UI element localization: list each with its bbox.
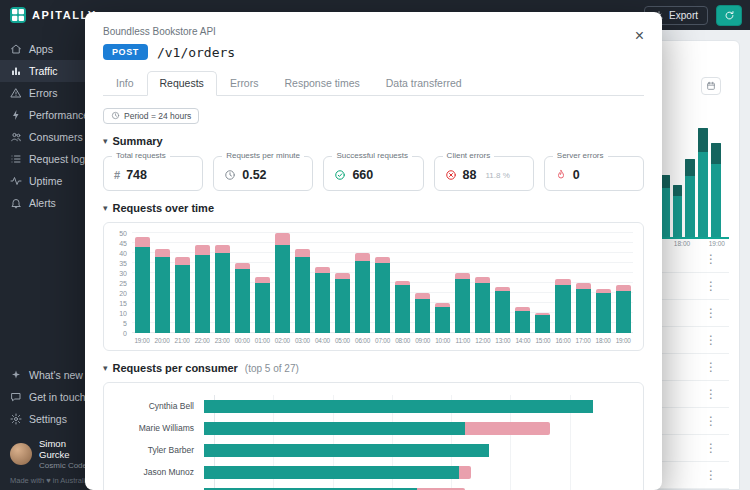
bar-segment-success (355, 261, 370, 333)
over-time-plot (132, 233, 633, 333)
bar-segment-success (515, 311, 530, 333)
stacked-bar (255, 277, 270, 333)
requests-over-time-toggle[interactable]: ▾ Requests over time (103, 202, 644, 214)
consumer-bar (204, 422, 629, 435)
per-consumer-section-title: Requests per consumer (113, 362, 238, 374)
calendar-icon (706, 81, 716, 91)
clock-icon (224, 169, 236, 181)
clock-icon (111, 111, 120, 120)
bar-segment-success (175, 265, 190, 333)
consumer-bar (204, 466, 629, 479)
summary-card-value-row: 0 (555, 168, 633, 182)
consumer-row: Jason Munoz (118, 461, 629, 483)
sidebar-item-label: Errors (29, 87, 58, 99)
bar-segment-success (576, 289, 591, 333)
bar-segment-success (255, 283, 270, 333)
close-button[interactable]: × (631, 24, 648, 48)
api-name: Boundless Bookstore API (103, 26, 644, 37)
chart-bars-icon (10, 65, 22, 77)
over-time-section-title: Requests over time (113, 202, 214, 214)
dots-vertical-icon[interactable]: ⋮ (701, 441, 721, 455)
x-tick-label: 15:00 (533, 337, 553, 344)
dots-vertical-icon[interactable]: ⋮ (701, 279, 721, 293)
dots-vertical-icon[interactable]: ⋮ (701, 360, 721, 374)
bar-segment-error (275, 233, 290, 245)
x-tick-label: 21:00 (172, 337, 192, 344)
x-circle-icon (445, 169, 457, 181)
stacked-bar (295, 249, 310, 333)
x-tick-label: 16:00 (553, 337, 573, 344)
stacked-bar (155, 249, 170, 333)
summary-card-successful-requests: Successful requests660 (323, 156, 423, 191)
summary-card-value-row: 660 (334, 168, 412, 182)
x-tick-label: 20:00 (152, 337, 172, 344)
summary-card-label: Requests per minute (222, 151, 304, 160)
bar-segment-error (135, 237, 150, 247)
bar-segment-success (535, 315, 550, 333)
sidebar-item-label: Traffic (29, 65, 58, 77)
requests-over-time-chart: 05101520253035404550 19:0020:0021:0022:0… (103, 222, 644, 351)
summary-card-label: Server errors (553, 151, 608, 160)
y-tick-label: 15 (119, 300, 127, 307)
summary-card-label: Total requests (112, 151, 170, 160)
consumer-label: Tyler Barber (118, 445, 204, 455)
dots-vertical-icon[interactable]: ⋮ (701, 306, 721, 320)
dots-vertical-icon[interactable]: ⋮ (701, 468, 721, 482)
bar-segment-error (175, 257, 190, 265)
stacked-bar (535, 313, 550, 333)
alert-triangle-icon (10, 87, 22, 99)
modal-tabs: InfoRequestsErrorsResponse timesData tra… (103, 71, 644, 96)
y-tick-label: 30 (119, 270, 127, 277)
summary-section-toggle[interactable]: ▾ Summary (103, 135, 644, 147)
stacked-bar (135, 237, 150, 333)
app-logo[interactable]: APITALLY (10, 7, 97, 23)
bar-segment-success (435, 307, 450, 333)
stacked-bar (515, 307, 530, 333)
requests-per-consumer-toggle[interactable]: ▾ Requests per consumer (top 5 of 27) (103, 362, 644, 374)
method-badge: POST (103, 44, 148, 60)
pulse-icon (10, 175, 22, 187)
y-tick-label: 25 (119, 280, 127, 287)
dots-vertical-icon[interactable]: ⋮ (701, 333, 721, 347)
summary-card-value: 0.52 (242, 168, 266, 182)
stacked-bar (375, 257, 390, 333)
summary-card-value-row: 0.52 (224, 168, 302, 182)
tab-response-times[interactable]: Response times (271, 71, 372, 95)
tab-errors[interactable]: Errors (217, 71, 272, 95)
calendar-button[interactable] (701, 77, 721, 95)
y-tick-label: 50 (119, 230, 127, 237)
y-tick-label: 45 (119, 240, 127, 247)
tab-info[interactable]: Info (103, 71, 147, 95)
hash-icon: # (114, 169, 120, 181)
period-filter[interactable]: Period = 24 hours (103, 108, 199, 124)
refresh-button[interactable] (716, 5, 742, 26)
dots-vertical-icon[interactable]: ⋮ (701, 252, 721, 266)
stacked-bar (596, 289, 611, 333)
dots-vertical-icon[interactable]: ⋮ (701, 414, 721, 428)
bar-segment-error (215, 245, 230, 253)
dots-vertical-icon[interactable]: ⋮ (701, 387, 721, 401)
sidebar-item-label: Get in touch (29, 391, 86, 403)
stacked-bar (555, 279, 570, 333)
stacked-bar (415, 293, 430, 333)
consumer-label: Marie Williams (118, 423, 204, 433)
bar-segment-error (195, 245, 210, 255)
x-tick-label: 19:00 (132, 337, 152, 344)
flame-icon (555, 169, 567, 181)
period-label: Period = 24 hours (124, 111, 191, 121)
sidebar-item-label: Apps (29, 43, 53, 55)
gear-icon (10, 413, 22, 425)
summary-card-value-row: #748 (114, 168, 192, 182)
x-tick-label: 00:00 (232, 337, 252, 344)
summary-cards: Total requests#748Requests per minute0.5… (103, 156, 644, 191)
stacked-bar (395, 281, 410, 333)
summary-card-value: 748 (126, 168, 147, 182)
x-tick-label: 07:00 (373, 337, 393, 344)
tab-requests[interactable]: Requests (147, 71, 217, 96)
summary-card-requests-per-minute: Requests per minute0.52 (213, 156, 313, 191)
endpoint-details-modal: × Boundless Bookstore API POST /v1/order… (85, 12, 662, 490)
tab-data-transferred[interactable]: Data transferred (373, 71, 475, 95)
stacked-bar (315, 267, 330, 333)
over-time-y-axis: 05101520253035404550 (108, 233, 132, 333)
summary-section-title: Summary (113, 135, 163, 147)
